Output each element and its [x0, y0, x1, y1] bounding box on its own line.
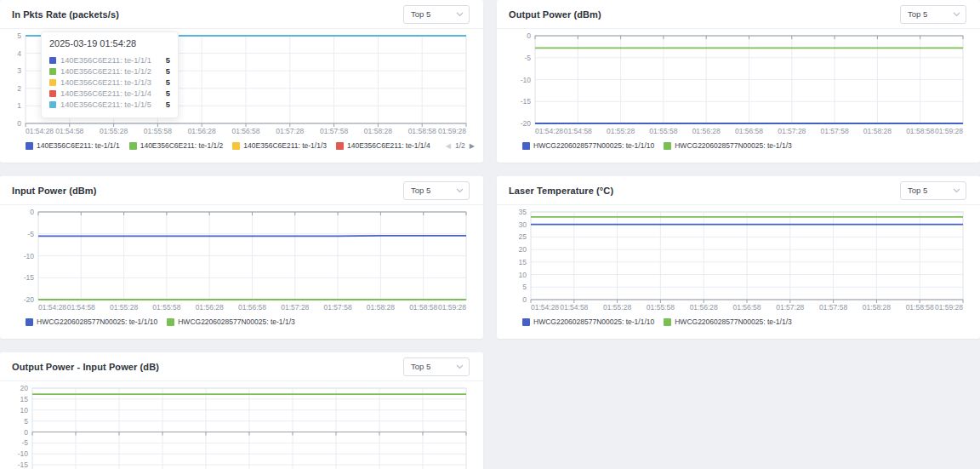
svg-text:01:57:58: 01:57:58: [819, 303, 847, 312]
chevron-down-icon: [953, 188, 960, 193]
svg-text:01:58:28: 01:58:28: [863, 303, 891, 312]
x-axis: [32, 432, 466, 436]
tooltip-series-swatch-icon: [49, 79, 56, 86]
legend-item[interactable]: HWCG2206028577N00025: te-1/1/3: [664, 317, 792, 326]
legend-item[interactable]: 140E356C6E211: te-1/1/1: [26, 141, 120, 150]
legend-label: 140E356C6E211: te-1/1/3: [243, 141, 327, 150]
svg-text:01:58:58: 01:58:58: [906, 303, 934, 312]
svg-text:01:55:28: 01:55:28: [110, 303, 138, 312]
svg-text:01:57:58: 01:57:58: [320, 127, 348, 135]
svg-text:0: 0: [24, 428, 28, 437]
svg-text:01:57:28: 01:57:28: [778, 127, 806, 135]
svg-text:01:55:28: 01:55:28: [603, 303, 631, 312]
card-laser-temperature: Laser Temperature (°C) Top 5 05101520253…: [497, 176, 980, 339]
legend-item[interactable]: HWCG2206028577N00025: te-1/1/10: [522, 141, 654, 150]
topn-select-value: Top 5: [411, 9, 430, 19]
tooltip-row: 140E356C6E211: te-1/1/55: [49, 100, 170, 111]
tooltip-series-label: 140E356C6E211: te-1/1/2: [60, 67, 151, 76]
svg-text:01:55:58: 01:55:58: [649, 127, 677, 135]
topn-select-value: Top 5: [908, 186, 927, 195]
svg-text:-20: -20: [521, 119, 532, 128]
svg-text:-5: -5: [21, 438, 28, 447]
legend-next-page-icon[interactable]: ▶: [470, 142, 475, 150]
legend-item[interactable]: HWCG2206028577N00025: te-1/1/3: [167, 317, 295, 326]
svg-text:01:59:28: 01:59:28: [935, 127, 963, 135]
tooltip-rows: 140E356C6E211: te-1/1/15140E356C6E211: t…: [49, 54, 170, 111]
chevron-down-icon: [456, 188, 464, 193]
svg-text:10: 10: [20, 406, 29, 415]
legend-label: HWCG2206028577N00025: te-1/1/3: [178, 317, 295, 326]
legend-item[interactable]: 140E356C6E211: te-1/1/3: [232, 141, 327, 150]
x-axis: [38, 212, 466, 215]
card-header: Input Power (dBm) Top 5: [0, 176, 483, 205]
tooltip-series-value: 5: [161, 67, 170, 76]
legend-item[interactable]: HWCG2206028577N00025: te-1/1/3: [664, 141, 792, 150]
chart-title-input-power: Input Power (dBm): [12, 186, 96, 196]
svg-text:5: 5: [17, 31, 21, 40]
right-column: Output Power (dBm) Top 5 0-5-10-15-2001:…: [497, 0, 980, 469]
svg-text:10: 10: [519, 271, 527, 279]
svg-text:2: 2: [17, 84, 21, 93]
svg-text:1: 1: [17, 101, 21, 110]
axis-labels: 0510152025303501:54:2801:54:5801:55:2801…: [519, 208, 964, 312]
topn-select[interactable]: Top 5: [403, 181, 470, 200]
svg-text:3: 3: [17, 66, 21, 75]
topn-select-value: Top 5: [411, 362, 430, 371]
topn-select[interactable]: Top 5: [403, 357, 470, 376]
legend-pager: ◀1/2▶: [441, 137, 475, 154]
grid: [535, 36, 963, 123]
svg-text:01:54:28: 01:54:28: [531, 303, 559, 312]
svg-text:5: 5: [24, 417, 28, 426]
card-header: Laser Temperature (°C) Top 5: [497, 176, 980, 205]
svg-text:0: 0: [30, 208, 34, 216]
x-axis: [535, 36, 963, 39]
svg-text:30: 30: [519, 220, 527, 229]
svg-text:0: 0: [527, 31, 531, 40]
legend-swatch-icon: [664, 318, 671, 326]
legend-label: 140E356C6E211: te-1/1/1: [37, 141, 120, 150]
chart-title-in-pkts-rate: In Pkts Rate (packets/s): [12, 9, 119, 20]
topn-select[interactable]: Top 5: [900, 5, 966, 24]
svg-text:25: 25: [519, 232, 527, 241]
svg-text:-10: -10: [18, 449, 29, 458]
svg-text:-10: -10: [521, 76, 532, 84]
chart-title-output-minus-input: Output Power - Input Power (dB): [12, 362, 159, 372]
legend-items: HWCG2206028577N00025: te-1/1/10HWCG22060…: [522, 141, 792, 150]
legend-prev-page-icon[interactable]: ◀: [446, 142, 451, 150]
legend-swatch-icon: [232, 142, 240, 150]
chart-legend: 140E356C6E211: te-1/1/1140E356C6E211: te…: [0, 137, 483, 154]
topn-select[interactable]: Top 5: [403, 5, 470, 24]
topn-select[interactable]: Top 5: [900, 181, 966, 200]
topn-select-value: Top 5: [411, 186, 430, 195]
legend-item[interactable]: 140E356C6E211: te-1/1/4: [336, 141, 430, 150]
svg-text:01:56:58: 01:56:58: [231, 127, 259, 135]
chevron-down-icon: [953, 12, 960, 17]
chevron-down-icon: [456, 364, 464, 369]
legend-item[interactable]: 140E356C6E211: te-1/1/2: [129, 141, 224, 150]
legend-swatch-icon: [167, 318, 174, 326]
svg-text:0: 0: [522, 295, 527, 304]
legend-item[interactable]: HWCG2206028577N00025: te-1/1/10: [26, 317, 157, 326]
tooltip-series-label: 140E356C6E211: te-1/1/4: [60, 89, 151, 98]
tooltip-series-swatch-icon: [49, 90, 56, 97]
card-header: In Pkts Rate (packets/s) Top 5: [0, 0, 483, 29]
svg-text:01:57:58: 01:57:58: [821, 127, 849, 135]
tooltip-series-swatch-icon: [49, 101, 56, 108]
svg-text:5: 5: [522, 283, 527, 291]
svg-text:01:55:28: 01:55:28: [607, 127, 635, 135]
svg-text:35: 35: [519, 208, 527, 216]
svg-text:01:56:28: 01:56:28: [692, 127, 721, 135]
svg-text:01:55:58: 01:55:58: [647, 303, 675, 312]
tooltip-row: 140E356C6E211: te-1/1/35: [49, 77, 170, 88]
monitoring-dashboard: In Pkts Rate (packets/s) Top 5 01234501:…: [0, 0, 980, 469]
svg-text:01:56:58: 01:56:58: [238, 303, 266, 312]
card-in-pkts-rate: In Pkts Rate (packets/s) Top 5 01234501:…: [0, 0, 483, 163]
svg-text:01:58:58: 01:58:58: [906, 127, 934, 135]
svg-text:15: 15: [20, 395, 29, 403]
chart-legend: HWCG2206028577N00025: te-1/1/10HWCG22060…: [0, 313, 483, 330]
chart-tooltip: 2025-03-19 01:54:28 140E356C6E211: te-1/…: [41, 31, 179, 118]
legend-item[interactable]: HWCG2206028577N00025: te-1/1/10: [522, 317, 654, 326]
card-output-minus-input-power: Output Power - Input Power (dB) Top 5 20…: [0, 352, 483, 469]
legend-items: HWCG2206028577N00025: te-1/1/10HWCG22060…: [522, 317, 792, 326]
tooltip-series-swatch-icon: [49, 57, 56, 64]
